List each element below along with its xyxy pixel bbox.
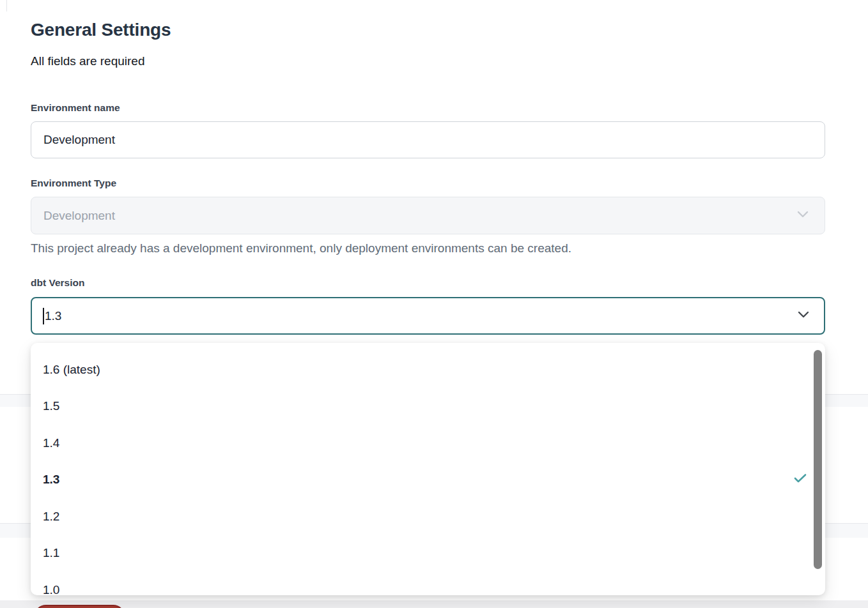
option-label: 1.3 [43,473,59,487]
page-subtitle: All fields are required [31,54,144,68]
dbt-version-combobox[interactable]: 1.3 [31,297,825,335]
option-label: 1.5 [43,399,59,413]
delete-button[interactable] [34,605,125,608]
environment-type-helper: This project already has a development e… [31,241,571,255]
dbt-version-value: 1.3 [45,309,61,323]
environment-type-value: Development [43,209,115,223]
environment-type-label: Environment Type [31,178,116,189]
check-icon [793,471,808,489]
dropdown-option[interactable]: 1.5 [31,388,825,425]
dropdown-option[interactable]: 1.1 [31,535,825,572]
environment-name-input[interactable] [31,121,825,158]
environment-name-label: Environment name [31,102,120,114]
option-label: 1.2 [43,510,59,524]
card-edge-line [6,0,7,11]
dbt-version-dropdown: 1.6 (latest) 1.5 1.4 1.3 1.2 1.1 1.0 [31,343,825,595]
option-label: 1.6 (latest) [43,363,100,377]
option-label: 1.4 [43,436,59,450]
dropdown-option[interactable]: 1.6 (latest) [31,351,825,388]
environment-type-select: Development [31,197,825,234]
text-caret [43,308,44,324]
scrollbar-thumb[interactable] [814,350,822,569]
dropdown-option[interactable]: 1.4 [31,425,825,462]
footer-strip [0,600,868,608]
dropdown-option[interactable]: 1.0 [31,572,825,595]
option-label: 1.1 [43,546,59,560]
page-title: General Settings [31,20,171,40]
chevron-down-icon [795,206,810,225]
chevron-down-icon[interactable] [796,307,811,325]
dropdown-option[interactable]: 1.2 [31,498,825,535]
dbt-version-label: dbt Version [31,277,84,289]
dropdown-option-selected[interactable]: 1.3 [31,462,825,499]
option-label: 1.0 [43,583,59,595]
